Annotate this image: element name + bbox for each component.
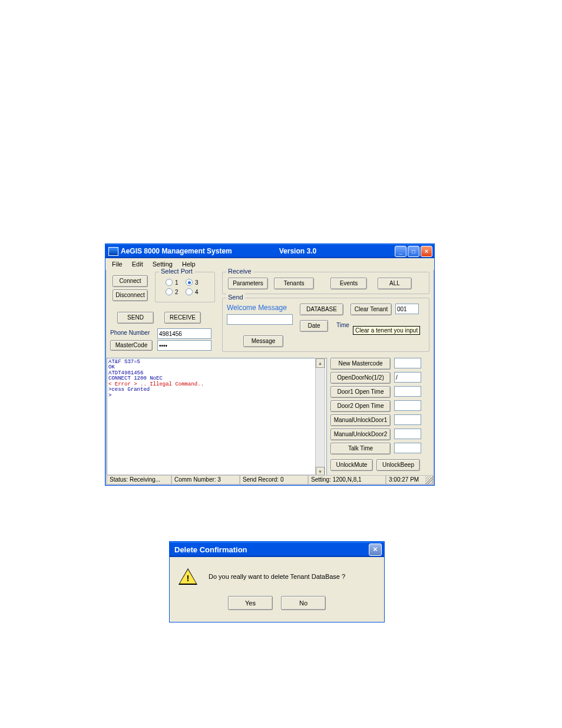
terminal-vscroll[interactable]: ▲ ▼ (315, 358, 325, 476)
database-button[interactable]: DATABASE (300, 304, 343, 315)
date-button[interactable]: Date (300, 320, 328, 332)
clear-tenant-button[interactable]: Clear Tenant (351, 304, 392, 315)
scroll-up-icon[interactable]: ▲ (316, 358, 325, 368)
door1-open-time-button[interactable]: Door1 Open Time (330, 386, 391, 398)
manual-unlock-door2-button[interactable]: ManualUnlockDoor2 (330, 429, 391, 440)
events-button[interactable]: Events (330, 278, 367, 289)
mastercode-button[interactable]: MasterCode (110, 340, 153, 351)
all-button[interactable]: ALL (378, 278, 412, 289)
receive-button[interactable]: RECEIVE (164, 312, 201, 324)
send-group-label: Send (226, 294, 245, 301)
app-icon (108, 247, 118, 256)
status-comm: Comm Number: 3 (171, 475, 240, 485)
status-setting: Setting: 1200,N,8,1 (308, 475, 386, 485)
manual-unlock-door1-input[interactable] (394, 414, 421, 425)
disconnect-button[interactable]: Disconnect (113, 289, 148, 301)
yes-button[interactable]: Yes (228, 596, 273, 610)
welcome-label: Welcome Message (227, 304, 287, 312)
talk-time-button[interactable]: Talk Time (330, 443, 391, 454)
unlock-beep-button[interactable]: UnlockBeep (376, 459, 420, 471)
manual-unlock-door1-button[interactable]: ManualUnlockDoor1 (330, 414, 391, 426)
client-area: Connect Disconnect Select Port 1 3 2 4 S… (107, 269, 433, 476)
new-mastercode-input[interactable] (394, 358, 421, 368)
window-title: AeGIS 8000 Management System Version 3.0 (121, 247, 316, 255)
no-button[interactable]: No (281, 596, 326, 610)
port-3-radio[interactable]: 3 (186, 279, 199, 286)
unlock-mute-button[interactable]: UnlockMute (330, 459, 373, 471)
receive-group-label: Receive (226, 268, 253, 275)
time-label: Time (333, 320, 353, 331)
warning-icon: ! (178, 568, 198, 585)
dialog-title: Delete Confirmation (174, 545, 247, 554)
delete-confirmation-dialog: Delete Confirmation × ! Do you really wa… (169, 541, 385, 622)
title-bar[interactable]: AeGIS 8000 Management System Version 3.0… (105, 243, 434, 258)
send-button[interactable]: SEND (117, 312, 154, 324)
phone-input[interactable] (157, 328, 211, 339)
mastercode-input[interactable] (157, 340, 211, 351)
clear-tenant-input[interactable] (395, 304, 419, 314)
parameters-button[interactable]: Parameters (228, 278, 268, 289)
main-window: AeGIS 8000 Management System Version 3.0… (105, 243, 435, 486)
dialog-message: Do you really want to delete Tenant Data… (209, 573, 345, 580)
port-4-radio[interactable]: 4 (186, 288, 199, 295)
dialog-close-icon[interactable]: × (369, 543, 382, 556)
menu-setting[interactable]: Setting (148, 260, 177, 268)
close-icon[interactable]: × (421, 246, 432, 257)
terminal-output: AT&F S37=5 OK ATDT4981456 CONNECT 1200 N… (107, 358, 327, 477)
phone-label: Phone Number (110, 330, 150, 336)
welcome-input[interactable] (227, 314, 293, 325)
status-sendrecord: Send Record: 0 (240, 475, 308, 485)
door1-open-time-input[interactable] (394, 386, 421, 397)
door2-open-time-button[interactable]: Door2 Open Time (330, 400, 391, 412)
select-port-label: Select Port (159, 268, 194, 275)
dialog-title-bar[interactable]: Delete Confirmation × (170, 542, 384, 557)
resize-grip-icon[interactable] (425, 476, 434, 485)
menu-bar: File Edit Setting Help (105, 258, 434, 271)
menu-edit[interactable]: Edit (128, 260, 147, 268)
port-2-radio[interactable]: 2 (166, 288, 178, 295)
tenants-button[interactable]: Tenants (274, 278, 314, 289)
new-mastercode-button[interactable]: New Mastercode (330, 358, 391, 370)
manual-unlock-door2-input[interactable] (394, 429, 421, 439)
connect-button[interactable]: Connect (113, 275, 148, 287)
message-button[interactable]: Message (243, 335, 283, 347)
port-1-radio[interactable]: 1 (166, 279, 178, 286)
menu-file[interactable]: File (108, 260, 127, 268)
status-bar: Status: Receiving... Comm Number: 3 Send… (107, 475, 433, 485)
select-port-group: Select Port (155, 272, 215, 302)
maximize-icon[interactable]: □ (408, 246, 419, 257)
clear-tenant-tooltip: Clear a tenent you input (353, 326, 420, 335)
open-door-button[interactable]: OpenDoorNo(1/2) (330, 372, 391, 384)
talk-time-input[interactable] (394, 443, 421, 453)
status-text: Status: Receiving... (107, 475, 171, 485)
menu-help[interactable]: Help (178, 260, 200, 268)
minimize-icon[interactable]: _ (395, 246, 406, 257)
open-door-input[interactable] (394, 372, 421, 383)
door2-open-time-input[interactable] (394, 400, 421, 411)
